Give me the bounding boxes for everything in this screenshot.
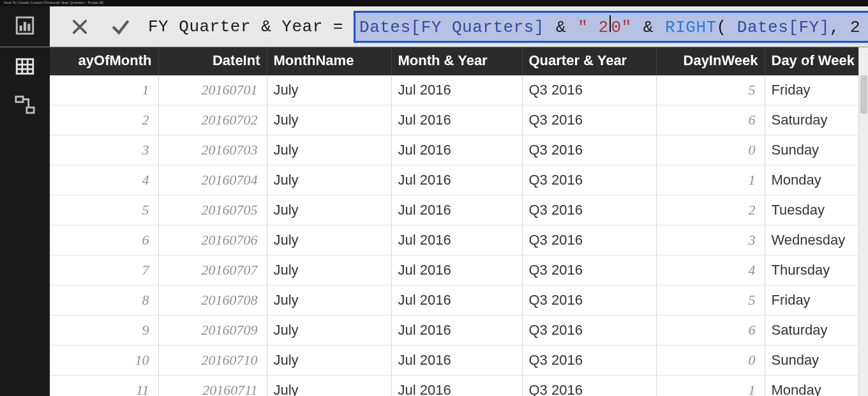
table-row[interactable]: 1120160711JulyJul 2016Q3 20161Monday	[50, 376, 868, 397]
cell-dayOfMonth[interactable]: 4	[50, 165, 158, 195]
cell-monthYear[interactable]: Jul 2016	[391, 75, 522, 105]
cell-dayOfWeek[interactable]: Sunday	[765, 346, 868, 376]
cell-dayOfWeek[interactable]: Monday	[765, 165, 868, 195]
cell-dayInWeek[interactable]: 1	[656, 165, 765, 195]
cell-quarterYear[interactable]: Q3 2016	[522, 195, 656, 225]
cell-dayOfWeek[interactable]: Wednesday	[765, 225, 868, 255]
cell-dateInt[interactable]: 20160707	[158, 255, 267, 286]
table-row[interactable]: 620160706JulyJul 2016Q3 20163Wednesday	[50, 225, 868, 255]
cell-quarterYear[interactable]: Q3 2016	[522, 225, 656, 255]
table-row[interactable]: 520160705JulyJul 2016Q3 20162Tuesday	[50, 195, 868, 225]
cell-quarterYear[interactable]: Q3 2016	[522, 165, 656, 195]
cell-dayOfMonth[interactable]: 7	[50, 255, 158, 286]
model-view-button[interactable]	[0, 86, 50, 124]
formula-input[interactable]: FY Quarter & Year = Dates[FY Quarters] &…	[143, 6, 868, 47]
cell-quarterYear[interactable]: Q3 2016	[522, 75, 656, 105]
cancel-formula-button[interactable]	[65, 12, 94, 42]
column-header[interactable]: Month & Year	[391, 47, 522, 75]
cell-dateInt[interactable]: 20160708	[158, 286, 267, 316]
cell-monthYear[interactable]: Jul 2016	[391, 225, 522, 255]
column-header[interactable]: MonthName	[267, 47, 391, 75]
cell-dateInt[interactable]: 20160701	[158, 75, 267, 105]
cell-dateInt[interactable]: 20160704	[158, 165, 267, 195]
cell-quarterYear[interactable]: Q3 2016	[522, 316, 656, 346]
cell-dayOfMonth[interactable]: 9	[50, 316, 158, 346]
cell-dayOfWeek[interactable]: Friday	[765, 286, 868, 316]
cell-monthName[interactable]: July	[267, 165, 391, 195]
cell-dateInt[interactable]: 20160705	[158, 195, 267, 225]
cell-dateInt[interactable]: 20160709	[158, 316, 267, 346]
cell-monthName[interactable]: July	[267, 286, 391, 316]
cell-monthName[interactable]: July	[267, 346, 391, 376]
cell-monthYear[interactable]: Jul 2016	[391, 286, 522, 316]
vertical-scrollbar[interactable]	[858, 47, 868, 396]
cell-monthName[interactable]: July	[267, 376, 391, 397]
cell-dayInWeek[interactable]: 6	[656, 316, 765, 346]
cell-monthName[interactable]: July	[267, 255, 391, 286]
cell-dayInWeek[interactable]: 5	[656, 75, 765, 105]
table-row[interactable]: 320160703JulyJul 2016Q3 20160Sunday	[50, 135, 868, 165]
cell-quarterYear[interactable]: Q3 2016	[522, 346, 656, 376]
cell-dayOfWeek[interactable]: Sunday	[765, 135, 868, 165]
cell-monthYear[interactable]: Jul 2016	[391, 316, 522, 346]
cell-dayOfMonth[interactable]: 8	[50, 286, 158, 316]
cell-monthName[interactable]: July	[267, 75, 391, 105]
table-row[interactable]: 820160708JulyJul 2016Q3 20165Friday	[50, 286, 868, 316]
cell-monthYear[interactable]: Jul 2016	[391, 346, 522, 376]
cell-quarterYear[interactable]: Q3 2016	[522, 286, 656, 316]
cell-dayInWeek[interactable]: 4	[656, 255, 765, 286]
cell-dayInWeek[interactable]: 1	[656, 376, 765, 397]
data-grid[interactable]: ayOfMonthDateIntMonthNameMonth & YearQua…	[50, 47, 868, 396]
cell-monthName[interactable]: July	[267, 135, 391, 165]
cell-dayOfMonth[interactable]: 1	[50, 75, 158, 105]
cell-dayInWeek[interactable]: 0	[656, 346, 765, 376]
cell-dayInWeek[interactable]: 3	[656, 225, 765, 255]
cell-dateInt[interactable]: 20160711	[158, 376, 267, 397]
table-row[interactable]: 1020160710JulyJul 2016Q3 20160Sunday	[50, 346, 868, 376]
cell-dateInt[interactable]: 20160710	[158, 346, 267, 376]
cell-dayOfWeek[interactable]: Saturday	[765, 316, 868, 346]
column-header[interactable]: Day of Week	[765, 47, 868, 75]
cell-dayOfMonth[interactable]: 11	[50, 376, 158, 397]
report-view-button[interactable]	[0, 6, 50, 45]
cell-quarterYear[interactable]: Q3 2016	[522, 105, 656, 135]
cell-monthYear[interactable]: Jul 2016	[391, 255, 522, 286]
cell-dayOfWeek[interactable]: Monday	[765, 376, 868, 397]
cell-dayOfMonth[interactable]: 2	[50, 105, 158, 135]
cell-dayInWeek[interactable]: 6	[656, 105, 765, 135]
cell-dayInWeek[interactable]: 2	[656, 195, 765, 225]
table-row[interactable]: 920160709JulyJul 2016Q3 20166Saturday	[50, 316, 868, 346]
cell-dayOfWeek[interactable]: Saturday	[765, 105, 868, 135]
table-row[interactable]: 220160702JulyJul 2016Q3 20166Saturday	[50, 105, 868, 135]
cell-monthYear[interactable]: Jul 2016	[391, 105, 522, 135]
column-header[interactable]: ayOfMonth	[50, 47, 158, 75]
cell-dayOfMonth[interactable]: 6	[50, 225, 158, 255]
cell-dayOfWeek[interactable]: Friday	[765, 75, 868, 105]
cell-dayInWeek[interactable]: 0	[656, 135, 765, 165]
cell-dayOfWeek[interactable]: Thursday	[765, 255, 868, 286]
cell-quarterYear[interactable]: Q3 2016	[522, 376, 656, 397]
cell-quarterYear[interactable]: Q3 2016	[522, 255, 656, 286]
cell-quarterYear[interactable]: Q3 2016	[522, 135, 656, 165]
table-row[interactable]: 120160701JulyJul 2016Q3 20165Friday	[50, 75, 868, 105]
cell-dateInt[interactable]: 20160703	[158, 135, 267, 165]
column-header[interactable]: DateInt	[158, 47, 267, 75]
cell-monthYear[interactable]: Jul 2016	[391, 376, 522, 397]
cell-dayOfMonth[interactable]: 5	[50, 195, 158, 225]
cell-dateInt[interactable]: 20160706	[158, 225, 267, 255]
cell-monthName[interactable]: July	[267, 105, 391, 135]
table-row[interactable]: 420160704JulyJul 2016Q3 20161Monday	[50, 165, 868, 195]
column-header[interactable]: Quarter & Year	[522, 47, 656, 75]
cell-monthYear[interactable]: Jul 2016	[391, 195, 522, 225]
cell-dayOfMonth[interactable]: 10	[50, 346, 158, 376]
cell-dateInt[interactable]: 20160702	[158, 105, 267, 135]
column-header[interactable]: DayInWeek	[656, 47, 765, 75]
cell-monthName[interactable]: July	[267, 316, 391, 346]
cell-dayInWeek[interactable]: 5	[656, 286, 765, 316]
cell-monthName[interactable]: July	[267, 195, 391, 225]
cell-monthName[interactable]: July	[267, 225, 391, 255]
cell-monthYear[interactable]: Jul 2016	[391, 165, 522, 195]
cell-dayOfMonth[interactable]: 3	[50, 135, 158, 165]
table-row[interactable]: 720160707JulyJul 2016Q3 20164Thursday	[50, 255, 868, 286]
data-view-button[interactable]	[0, 47, 50, 86]
